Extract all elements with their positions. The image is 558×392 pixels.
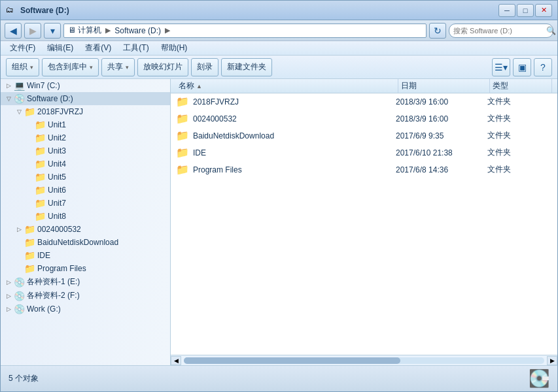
expand-ide [14,250,24,261]
search-box[interactable]: 🔍 [449,24,553,38]
col-header-date[interactable]: 日期 [398,79,490,93]
title-bar: 🗂 Software (D:) ─ □ ✕ [1,1,557,20]
title-bar-left: 🗂 Software (D:) [6,5,69,16]
sidebar-label-baidu: BaiduNetdiskDownload [37,238,118,247]
path-computer[interactable]: 🖥 计算机 [68,25,101,36]
sidebar-item-varie1[interactable]: ▷ 💿 各种资料-1 (E:) [1,275,170,289]
expand-softd: ▽ [3,93,14,104]
sidebar-item-unit7[interactable]: 📁 Unit7 [1,197,170,210]
file-icon-2018fjvrzj: 📁 [176,95,189,108]
search-icon: 🔍 [546,26,556,35]
sidebar-item-unit8[interactable]: 📁 Unit8 [1,210,170,223]
file-name-programfiles: Program Files [193,165,396,174]
expand-unit3 [24,146,35,156]
forward-button[interactable]: ▶ [24,23,41,39]
include-library-button[interactable]: 包含到库中 ▾ [42,58,99,76]
file-row-baidu[interactable]: 📁 BaiduNetdiskDownload 2017/6/9 9:35 文件夹 [171,127,557,144]
include-library-arrow: ▾ [90,64,93,71]
sidebar-item-programfiles[interactable]: 📁 Program Files [1,262,170,275]
horizontal-scrollbar[interactable]: ◀ ▶ [171,355,557,365]
status-bar: 5 个对象 💽 [1,365,557,391]
sidebar-item-2018fjvrzj[interactable]: ▽ 📁 2018FJVRZJ [1,105,170,118]
sidebar-label-unit5: Unit5 [48,172,66,182]
folder-icon-unit7: 📁 [35,198,46,208]
sidebar-item-unit4[interactable]: 📁 Unit4 [1,157,170,171]
window-title: Software (D:) [20,6,69,15]
file-type-2018fjvrzj: 文件夹 [487,96,552,107]
sidebar-item-unit1[interactable]: 📁 Unit1 [1,118,170,131]
expand-baidu [14,237,24,248]
sidebar-item-win7c[interactable]: ▷ 💻 Win7 (C:) [1,79,170,92]
slideshow-button[interactable]: 放映幻灯片 [137,58,188,76]
file-icon-ide: 📁 [176,146,189,159]
sidebar-label-unit3: Unit3 [48,146,66,155]
hscroll-left-btn[interactable]: ◀ [171,356,181,365]
sidebar-label-win7c: Win7 (C:) [27,81,60,90]
sidebar-label-0024000532: 0024000532 [37,225,81,234]
burn-button[interactable]: 刻录 [191,58,218,76]
back-button[interactable]: ◀ [5,23,22,39]
sidebar-label-unit2: Unit2 [48,133,66,142]
expand-programfiles [14,263,24,274]
organize-button[interactable]: 组织 ▾ [6,58,39,76]
preview-pane-button[interactable]: ▣ [513,58,531,76]
file-name-ide: IDE [193,148,396,157]
col-header-name[interactable]: 名称 ▲ [176,79,398,93]
path-sep-2: ▶ [165,26,170,35]
minimize-button[interactable]: ─ [498,4,515,17]
sidebar-item-softd[interactable]: ▽ 💿 Software (D:) [1,92,170,105]
file-icon-0024000532: 📁 [176,112,189,125]
menu-view[interactable]: 查看(V) [80,41,116,55]
sidebar-item-unit5[interactable]: 📁 Unit5 [1,171,170,184]
view-toggle-button[interactable]: ☰▾ [492,58,510,76]
slideshow-label: 放映幻灯片 [143,61,183,73]
sidebar-item-unit2[interactable]: 📁 Unit2 [1,131,170,144]
file-explorer-window: 🗂 Software (D:) ─ □ ✕ ◀ ▶ ▾ 🖥 计算机 ▶ Soft… [0,0,558,392]
sidebar-item-unit6[interactable]: 📁 Unit6 [1,184,170,197]
file-row-0024000532[interactable]: 📁 0024000532 2018/3/9 16:00 文件夹 [171,110,557,127]
sidebar-item-workg[interactable]: ▷ 💿 Work (G:) [1,302,170,316]
sidebar-item-ide[interactable]: 📁 IDE [1,249,170,262]
help-button[interactable]: ? [534,58,552,76]
sidebar-label-workg: Work (G:) [27,304,61,314]
refresh-button[interactable]: ↻ [429,23,446,39]
folder-icon-unit6: 📁 [35,185,46,195]
col-header-type[interactable]: 类型 [490,79,552,93]
dropdown-button[interactable]: ▾ [44,23,61,39]
sidebar-item-baidu[interactable]: 📁 BaiduNetdiskDownload [1,236,170,249]
file-name-0024000532: 0024000532 [193,114,396,123]
address-path[interactable]: 🖥 计算机 ▶ Software (D:) ▶ [63,24,427,38]
file-name-baidu: BaiduNetdiskDownload [193,131,396,140]
file-row-programfiles[interactable]: 📁 Program Files 2017/6/8 14:36 文件夹 [171,161,557,178]
folder-icon-unit4: 📁 [35,159,46,169]
expand-varie1: ▷ [3,277,14,287]
drive-icon-varie1: 💿 [14,277,25,287]
file-date-2018fjvrzj: 2018/3/9 16:00 [396,97,487,106]
search-input[interactable] [453,27,544,35]
share-button[interactable]: 共享 ▾ [101,58,135,76]
sidebar-item-varie2[interactable]: ▷ 💿 各种资料-2 (F:) [1,289,170,302]
sidebar-item-unit3[interactable]: 📁 Unit3 [1,144,170,157]
menu-tools[interactable]: 工具(T) [118,41,154,55]
sidebar-label-unit8: Unit8 [48,212,66,221]
expand-unit4 [24,159,35,169]
file-row-2018fjvrzj[interactable]: 📁 2018FJVRZJ 2018/3/9 16:00 文件夹 [171,93,557,110]
burn-label: 刻录 [197,61,213,73]
col-name-label: 名称 [179,80,194,91]
close-button[interactable]: ✕ [535,4,552,17]
path-drive[interactable]: Software (D:) [114,26,161,35]
expand-2018fjvrzj: ▽ [14,106,24,117]
sidebar-label-unit4: Unit4 [48,159,66,169]
file-row-ide[interactable]: 📁 IDE 2017/6/10 21:38 文件夹 [171,144,557,161]
hscroll-right-btn[interactable]: ▶ [547,356,557,365]
menu-edit[interactable]: 编辑(E) [42,41,78,55]
menu-file[interactable]: 文件(F) [5,41,41,55]
expand-varie2: ▷ [3,291,14,301]
sidebar-item-0024000532[interactable]: ▷ 📁 0024000532 [1,223,170,236]
file-list-header: 名称 ▲ 日期 类型 [171,79,557,93]
file-type-baidu: 文件夹 [487,130,552,141]
menu-help[interactable]: 帮助(H) [156,41,193,55]
maximize-button[interactable]: □ [517,4,534,17]
new-folder-button[interactable]: 新建文件夹 [221,58,272,76]
file-date-ide: 2017/6/10 21:38 [396,148,487,157]
